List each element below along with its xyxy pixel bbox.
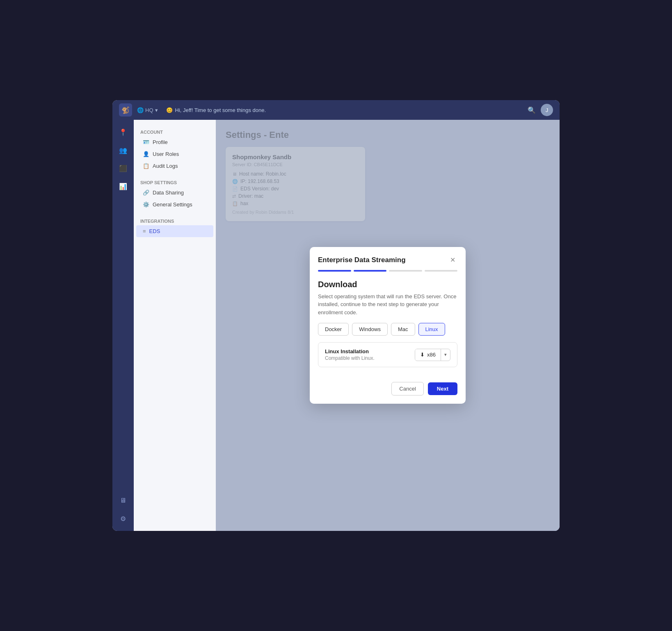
audit-logs-icon: 📋 bbox=[143, 163, 149, 169]
sidebar-item-audit-logs[interactable]: 📋 Audit Logs bbox=[136, 160, 213, 172]
progress-tab-1 bbox=[318, 270, 351, 272]
download-label: x86 bbox=[427, 352, 436, 358]
icon-nav: 📍 👥 ⬛ 📊 🖥 ⚙ bbox=[112, 120, 134, 531]
modal-close-button[interactable]: ✕ bbox=[448, 255, 457, 265]
profile-icon: 🪪 bbox=[143, 139, 149, 145]
modal-description: Select operating system that will run th… bbox=[318, 293, 457, 317]
modal-overlay: Enterprise Data Streaming ✕ Download Sel… bbox=[216, 120, 560, 531]
install-info-title: Linux Installation bbox=[325, 348, 375, 354]
app-logo: 🐒 bbox=[119, 103, 132, 117]
os-btn-linux[interactable]: Linux bbox=[418, 323, 445, 336]
download-icon: ⬇ bbox=[420, 352, 425, 358]
nav-icon-location[interactable]: 📍 bbox=[116, 125, 130, 139]
next-button[interactable]: Next bbox=[428, 382, 457, 395]
progress-tab-4 bbox=[425, 270, 458, 272]
topbar: 🐒 🌐 HQ ▾ 😊 Hi, Jeff! Time to get some th… bbox=[112, 100, 560, 120]
modal-progress bbox=[310, 265, 466, 272]
modal-section-title: Download bbox=[318, 280, 457, 289]
install-info: Linux Installation Compatible with Linux… bbox=[325, 348, 375, 361]
download-chevron-button[interactable]: ▾ bbox=[441, 350, 450, 360]
os-buttons-group: Docker Windows Mac Linux bbox=[318, 323, 457, 336]
nav-icon-chart[interactable]: 📊 bbox=[116, 179, 130, 194]
modal-dialog: Enterprise Data Streaming ✕ Download Sel… bbox=[310, 247, 466, 404]
data-sharing-icon: 🔗 bbox=[143, 190, 149, 196]
nav-icon-people[interactable]: 👥 bbox=[116, 143, 130, 158]
sidebar-item-user-roles[interactable]: 👤 User Roles bbox=[136, 148, 213, 160]
sidebar-item-data-sharing[interactable]: 🔗 Data Sharing bbox=[136, 187, 213, 199]
progress-tab-3 bbox=[389, 270, 422, 272]
nav-icon-layers[interactable]: ⬛ bbox=[116, 161, 130, 176]
progress-tab-2 bbox=[354, 270, 387, 272]
os-btn-windows[interactable]: Windows bbox=[352, 323, 388, 336]
sidebar-integrations-section: Integrations bbox=[134, 215, 216, 225]
download-button-group[interactable]: ⬇ x86 ▾ bbox=[415, 349, 450, 361]
avatar[interactable]: J bbox=[541, 104, 553, 116]
hq-selector[interactable]: 🌐 HQ ▾ bbox=[137, 107, 158, 113]
modal-body: Download Select operating system that wi… bbox=[310, 272, 466, 382]
greeting: 😊 Hi, Jeff! Time to get some things done… bbox=[166, 107, 266, 113]
nav-icon-monitor[interactable]: 🖥 bbox=[116, 493, 130, 508]
eds-icon: ≡ bbox=[143, 228, 146, 234]
user-roles-icon: 👤 bbox=[143, 151, 149, 157]
content-area: Settings - Ente Shopmonkey Sandb Server … bbox=[216, 120, 560, 531]
modal-footer: Cancel Next bbox=[310, 382, 466, 404]
general-settings-icon: ⚙️ bbox=[143, 201, 149, 208]
modal-title: Enterprise Data Streaming bbox=[318, 256, 406, 264]
sidebar-item-profile[interactable]: 🪪 Profile bbox=[136, 136, 213, 148]
install-box: Linux Installation Compatible with Linux… bbox=[318, 342, 457, 367]
cancel-button[interactable]: Cancel bbox=[391, 382, 423, 396]
install-info-desc: Compatible with Linux. bbox=[325, 355, 375, 361]
sidebar-account-section: Account bbox=[134, 126, 216, 136]
os-btn-docker[interactable]: Docker bbox=[318, 323, 349, 336]
modal-header: Enterprise Data Streaming ✕ bbox=[310, 247, 466, 265]
sidebar-shop-section: Shop Settings bbox=[134, 177, 216, 187]
sidebar-item-general-settings[interactable]: ⚙️ General Settings bbox=[136, 199, 213, 210]
os-btn-mac[interactable]: Mac bbox=[391, 323, 415, 336]
nav-icon-settings[interactable]: ⚙ bbox=[116, 511, 130, 526]
download-main-button[interactable]: ⬇ x86 bbox=[415, 349, 441, 360]
search-icon[interactable]: 🔍 bbox=[528, 106, 536, 114]
sidebar: Account 🪪 Profile 👤 User Roles 📋 Audit L… bbox=[134, 120, 216, 531]
sidebar-item-eds[interactable]: ≡ EDS bbox=[136, 225, 213, 237]
